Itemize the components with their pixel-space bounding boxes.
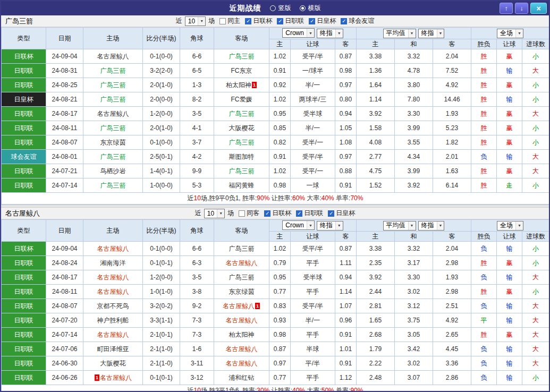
team-name[interactable]: 名古屋鲸八 [223, 302, 255, 310]
score-cell[interactable]: 0-1(0-0) [143, 242, 180, 256]
league-filter-checkbox[interactable]: 日职联 [277, 16, 304, 25]
result-handicap: 赢 [497, 256, 522, 270]
team-name[interactable]: 名古屋鲸八 [226, 317, 258, 324]
odds-time-select[interactable]: 终指▼ [317, 29, 343, 38]
team-name[interactable]: 柏太阳神 [229, 331, 255, 338]
score-cell[interactable]: 1-0(1-0) [143, 285, 180, 299]
scope-select[interactable]: 全场▼ [497, 29, 523, 38]
team-name[interactable]: FC东京 [231, 67, 252, 74]
score-cell[interactable]: 1-2(0-0) [143, 270, 180, 285]
team-name[interactable]: 名古屋鲸八 [226, 259, 258, 267]
recent-count-select[interactable]: 10▼ [204, 209, 225, 218]
team-name[interactable]: 町田泽维亚 [97, 345, 129, 353]
match-date: 24-06-26 [46, 371, 83, 385]
team-name[interactable]: 广岛三箭 [229, 245, 255, 252]
scroll-up-button[interactable]: ↑ [500, 3, 513, 14]
same-venue-checkbox[interactable]: 同主 [219, 16, 240, 25]
average-select[interactable]: 平均值▼ [383, 29, 416, 38]
col-home: 主场 [83, 28, 143, 49]
team-name[interactable]: 广岛三箭 [100, 96, 126, 103]
league-filter-checkbox[interactable]: 日职联 [296, 209, 323, 218]
close-button[interactable]: × [530, 3, 547, 14]
team-name[interactable]: 广岛三箭 [229, 53, 255, 60]
odds-source-select[interactable]: Crown▼ [282, 220, 315, 230]
corners-cell: 8-2 [180, 92, 214, 107]
average-time-select[interactable]: 终指▼ [418, 29, 445, 38]
score-cell[interactable]: 1-0(0-0) [143, 178, 180, 193]
layout-radio-horizontal[interactable]: 横版 [300, 4, 321, 13]
team-name[interactable]: 名古屋鲸八 [97, 110, 129, 117]
team-name[interactable]: 柏太阳神 [226, 81, 251, 89]
team-name[interactable]: 名古屋鲸八 [97, 53, 129, 60]
team-name[interactable]: 广岛三箭 [229, 139, 255, 146]
score-cell[interactable]: 2-5(0-1) [143, 150, 180, 164]
score-cell[interactable]: 1-2(0-0) [143, 107, 180, 121]
same-venue-checkbox[interactable]: 同客 [239, 209, 259, 218]
average-time-select[interactable]: 终指▼ [418, 221, 445, 231]
team-name[interactable]: 鸟栖沙岩 [100, 167, 126, 175]
team-name[interactable]: 名古屋鲸八 [97, 331, 129, 338]
team-name[interactable]: 东京绿茵 [229, 288, 255, 295]
score-cell[interactable]: 2-0(0-0) [143, 92, 180, 107]
score-cell[interactable]: 0-1(0-0) [143, 49, 180, 64]
team-name[interactable]: 名古屋鲸八 [100, 374, 132, 381]
team-name[interactable]: 湘南海洋 [100, 259, 126, 267]
league-filter-checkbox[interactable]: 日皇杯 [328, 209, 355, 218]
score-cell[interactable]: 0-1(0-1) [143, 371, 180, 385]
scope-select[interactable]: 全场▼ [497, 221, 523, 231]
team-name[interactable]: 东京绿茵 [100, 139, 126, 146]
league-filter-checkbox-label: 球会友谊 [349, 16, 374, 25]
recent-count-select[interactable]: 10▼ [185, 16, 206, 26]
odds-handicap: 半/一 [291, 313, 335, 328]
team-name[interactable]: 广岛三箭 [100, 81, 126, 89]
score-cell[interactable]: 2-1(0-1) [143, 328, 180, 342]
team-name[interactable]: 广岛三箭 [229, 167, 255, 175]
team-name[interactable]: 神户胜利船 [97, 317, 129, 324]
team-name[interactable]: 名古屋鲸八 [97, 288, 129, 295]
score-cell[interactable]: 0-1(0-0) [143, 135, 180, 150]
team-name[interactable]: 福冈黄蜂 [229, 182, 255, 189]
team-name[interactable]: 广岛三箭 [100, 67, 126, 74]
team-name[interactable]: 名古屋鲸八 [97, 245, 129, 252]
team-name[interactable]: 广岛三箭 [100, 153, 126, 160]
score-cell[interactable]: 2-1(1-0) [143, 342, 180, 356]
layout-radio-vertical[interactable]: 竖版 [270, 4, 291, 13]
team-name[interactable]: 斯图加特 [229, 153, 255, 160]
league-filter-checkbox[interactable]: 日皇杯 [309, 16, 336, 25]
score-cell[interactable]: 3-3(1-1) [143, 313, 180, 328]
score-cell[interactable]: 3-2(0-2) [143, 299, 180, 313]
team-name[interactable]: 广岛三箭 [229, 274, 255, 281]
team-name[interactable]: 名古屋鲸八 [226, 360, 258, 367]
team-name[interactable]: 浦和红钻 [229, 374, 255, 381]
score-cell[interactable]: 0-1(0-1) [143, 256, 180, 270]
avg-draw: 3.07 [395, 371, 433, 385]
team-name[interactable]: 大阪樱花 [100, 360, 126, 367]
league-filter-checkbox[interactable]: 球会友谊 [341, 16, 374, 25]
odds-source-select[interactable]: Crown▼ [282, 28, 315, 38]
team-name[interactable]: 广岛三箭 [100, 182, 126, 189]
average-select[interactable]: 平均值▼ [383, 221, 416, 231]
odds-handicap: 平/半 [291, 356, 335, 371]
league-filter-checkbox[interactable]: 日联杯 [264, 209, 291, 218]
corners-cell: 3-8 [180, 285, 214, 299]
league-filter-checkbox[interactable]: 日联杯 [245, 16, 272, 25]
team-name[interactable]: 广岛三箭 [229, 110, 255, 117]
score-cell[interactable]: 1-4(0-1) [143, 164, 180, 178]
team-name[interactable]: 名古屋鲸八 [226, 345, 258, 353]
team-name[interactable]: 广岛三箭 [100, 124, 126, 132]
team-name[interactable]: 京都不死鸟 [97, 302, 129, 310]
avg-draw: 3.17 [395, 256, 433, 270]
scroll-down-button[interactable]: ↓ [515, 3, 528, 14]
team-name[interactable]: 大阪樱花 [229, 124, 255, 132]
away-team-cell: 柏太阳神 [214, 328, 269, 342]
score-cell[interactable]: 3-2(2-0) [143, 64, 180, 78]
close-icon: × [536, 4, 540, 13]
match-row: 日职联 24-08-07 东京绿茵 0-1(0-0) 3-7 广岛三箭 0.82… [2, 135, 549, 150]
team-name[interactable]: 名古屋鲸八 [97, 274, 129, 281]
team-name[interactable]: FC爱媛 [231, 96, 252, 103]
score-cell[interactable]: 2-0(1-0) [143, 121, 180, 135]
score-cell[interactable]: 2-0(1-0) [143, 78, 180, 92]
odds-time-select[interactable]: 终指▼ [317, 221, 343, 231]
score-cell[interactable]: 2-1(1-0) [143, 356, 180, 371]
avg-away: 2.65 [433, 328, 471, 342]
